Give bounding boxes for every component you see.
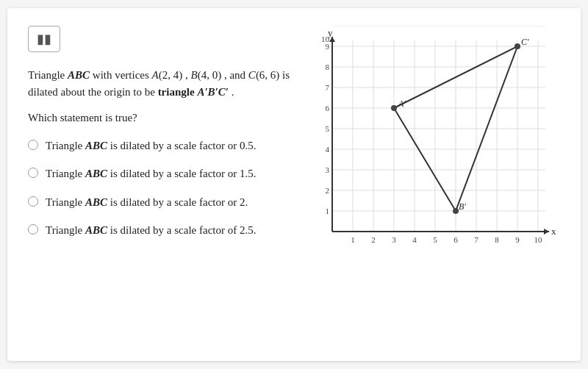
option-4-text: Triangle ABC is dilated by a scale facto… (46, 222, 256, 239)
point-c-prime (514, 43, 520, 49)
svg-text:6: 6 (453, 235, 458, 244)
right-panel: x y 1 2 3 4 5 6 7 8 9 10 1 2 3 4 5 (310, 26, 560, 343)
svg-text:4: 4 (326, 145, 330, 154)
problem-text: Triangle ABC with vertices A(2, 4) , B(4… (28, 67, 293, 101)
svg-text:7: 7 (474, 235, 478, 244)
which-statement: Which statement is true? (28, 112, 293, 124)
triangle-abc-label: ABC (68, 69, 90, 81)
label-a-prime: A′ (398, 98, 406, 109)
svg-text:5: 5 (433, 235, 437, 244)
svg-text:10: 10 (321, 35, 330, 43)
vertex-c: C (248, 69, 256, 81)
svg-text:8: 8 (326, 62, 330, 71)
svg-text:9: 9 (515, 235, 520, 244)
radio-1[interactable] (28, 140, 38, 150)
radio-3[interactable] (28, 196, 38, 207)
vertex-a: A (152, 69, 159, 81)
options-list: Triangle ABC is dilated by a scale facto… (28, 137, 293, 239)
label-b-prime: B′ (459, 201, 466, 212)
svg-text:4: 4 (412, 235, 417, 244)
svg-text:3: 3 (326, 165, 330, 174)
option-3-text: Triangle ABC is dilated by a scale facto… (46, 194, 248, 211)
radio-4[interactable] (28, 224, 38, 234)
svg-text:3: 3 (392, 235, 396, 244)
calculator-icon[interactable]: ▮▮ (28, 26, 60, 52)
svg-text:1: 1 (326, 207, 330, 215)
label-c-prime: C′ (521, 37, 529, 47)
svg-text:7: 7 (326, 83, 330, 92)
x-axis-label: x (551, 226, 556, 237)
left-panel: ▮▮ Triangle ABC with vertices A(2, 4) , … (28, 26, 293, 343)
option-2[interactable]: Triangle ABC is dilated by a scale facto… (28, 165, 293, 182)
main-card: ▮▮ Triangle ABC with vertices A(2, 4) , … (7, 8, 581, 361)
option-4[interactable]: Triangle ABC is dilated by a scale facto… (28, 222, 293, 239)
option-1[interactable]: Triangle ABC is dilated by a scale facto… (28, 137, 293, 154)
svg-text:6: 6 (326, 104, 330, 112)
option-3[interactable]: Triangle ABC is dilated by a scale facto… (28, 194, 293, 211)
vertex-b: B (191, 69, 198, 81)
coordinate-graph: x y 1 2 3 4 5 6 7 8 9 10 1 2 3 4 5 (310, 26, 560, 254)
svg-text:1: 1 (351, 235, 355, 244)
prime-triangle-label: triangle A′B′C′ (158, 86, 229, 98)
svg-text:5: 5 (326, 124, 330, 133)
svg-text:8: 8 (495, 235, 499, 244)
option-2-text: Triangle ABC is dilated by a scale facto… (46, 165, 256, 182)
svg-text:10: 10 (534, 235, 543, 244)
option-1-text: Triangle ABC is dilated by a scale facto… (46, 137, 256, 154)
radio-2[interactable] (28, 168, 38, 178)
point-b-prime (453, 208, 459, 214)
svg-text:2: 2 (326, 186, 330, 195)
point-a-prime (391, 105, 397, 111)
svg-text:2: 2 (371, 235, 376, 244)
